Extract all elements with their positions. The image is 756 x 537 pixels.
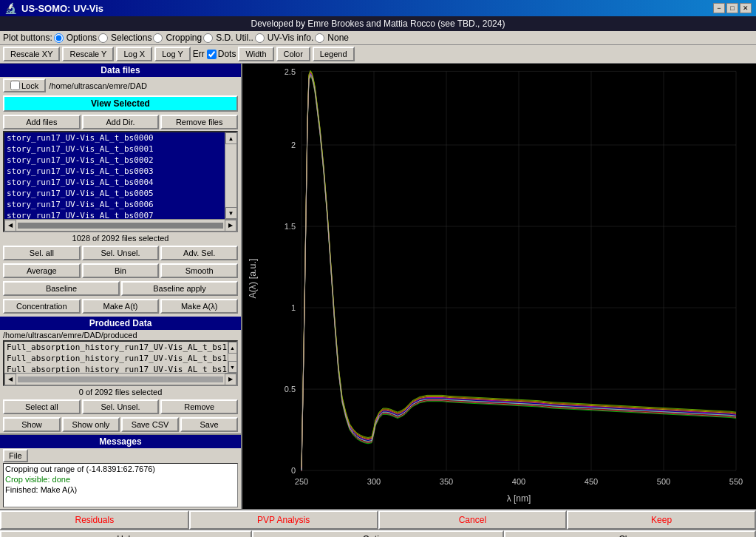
processing-buttons: Average Bin Smooth xyxy=(0,262,241,280)
bin-button[interactable]: Bin xyxy=(82,263,160,278)
maximize-button[interactable]: □ xyxy=(726,3,738,13)
file-list-vscroll[interactable]: ▲ ▼ xyxy=(225,132,236,219)
sel-all-button[interactable]: Sel. all xyxy=(3,246,81,260)
log-y-button[interactable]: Log Y xyxy=(154,47,191,61)
footer-bar: Help Options Close xyxy=(0,530,756,537)
produced-list-hscroll[interactable]: ◀ ▶ xyxy=(4,373,236,385)
log-x-button[interactable]: Log X xyxy=(116,47,152,61)
subtitle-bar: Developed by Emre Brookes and Mattia Roc… xyxy=(0,16,756,31)
window-controls: − □ ✕ xyxy=(713,3,752,13)
message-line: Cropping out range of (-14.8391:62.7676) xyxy=(4,464,237,474)
legend-button[interactable]: Legend xyxy=(313,47,355,61)
list-item[interactable]: Full_absorption_history_run17_UV-Vis_AL_… xyxy=(4,342,228,353)
left-panel: Data files Lock /home/ultrascan/emre/DAD… xyxy=(0,64,242,509)
keep-button[interactable]: Keep xyxy=(567,510,756,530)
dots-checkbox-label[interactable]: Dots xyxy=(207,49,236,59)
produced-vscroll-up[interactable]: ▲ xyxy=(228,342,237,354)
show-only-button[interactable]: Show only xyxy=(62,417,120,432)
close-button[interactable]: Close xyxy=(504,530,756,537)
options-button[interactable]: Options xyxy=(252,530,504,537)
pvp-analysis-button[interactable]: PVP Analysis xyxy=(189,510,378,530)
list-item[interactable]: story_run17_UV-Vis_AL_t_bs0005 xyxy=(4,188,225,199)
produced-hscroll-right[interactable]: ▶ xyxy=(225,374,236,385)
produced-hscroll-left[interactable]: ◀ xyxy=(4,374,16,385)
produced-vscroll-down[interactable]: ▼ xyxy=(228,361,237,373)
width-button[interactable]: Width xyxy=(238,47,273,61)
list-item[interactable]: story_run17_UV-Vis_AL_t_bs0001 xyxy=(4,143,225,155)
window-title: US-SOMO: UV-Vis xyxy=(21,3,103,14)
radio-uvvis-info[interactable]: UV-Vis info. xyxy=(255,33,313,43)
residuals-button[interactable]: Residuals xyxy=(0,510,189,530)
vscroll-up[interactable]: ▲ xyxy=(225,132,237,144)
baseline-buttons: Baseline Baseline apply xyxy=(0,280,241,297)
svg-text:450: 450 xyxy=(585,477,598,486)
produced-sel-unsel-button[interactable]: Sel. Unsel. xyxy=(82,399,160,414)
sel-unsel-button[interactable]: Sel. Unsel. xyxy=(82,246,160,260)
cancel-button[interactable]: Cancel xyxy=(378,510,568,530)
save-csv-button[interactable]: Save CSV xyxy=(121,417,179,432)
svg-text:2.5: 2.5 xyxy=(285,67,296,75)
radio-none[interactable]: None xyxy=(315,33,349,43)
list-item[interactable]: story_run17_UV-Vis_AL_t_bs0002 xyxy=(4,155,225,166)
smooth-button[interactable]: Smooth xyxy=(160,263,238,278)
radio-options[interactable]: Options xyxy=(54,33,97,43)
list-item[interactable]: Full_absorption_history_run17_UV-Vis_AL_… xyxy=(4,364,228,373)
data-path-label: /home/ultrascan/emre/DAD xyxy=(49,81,147,90)
rescale-y-button[interactable]: Rescale Y xyxy=(62,47,114,61)
select-all-button[interactable]: Select all xyxy=(3,399,81,414)
svg-text:1: 1 xyxy=(291,303,296,312)
list-item[interactable]: story_run17_UV-Vis_AL_t_bs0000 xyxy=(4,132,225,143)
baseline-apply-button[interactable]: Baseline apply xyxy=(121,281,238,296)
radio-sd-util[interactable]: S.D. Util.. xyxy=(203,33,253,43)
minimize-button[interactable]: − xyxy=(713,3,725,13)
add-files-button[interactable]: Add files xyxy=(3,115,81,129)
file-list[interactable]: story_run17_UV-Vis_AL_t_bs0000story_run1… xyxy=(4,132,225,219)
messages-area: Cropping out range of (-14.8391:62.7676)… xyxy=(3,463,238,507)
save-button[interactable]: Save xyxy=(180,417,238,432)
make-al-button[interactable]: Make A(λ) xyxy=(160,299,238,314)
add-dir-button[interactable]: Add Dir. xyxy=(82,115,160,129)
baseline-button[interactable]: Baseline xyxy=(3,281,120,296)
show-button[interactable]: Show xyxy=(3,417,61,432)
produced-count-label: 0 of 2092 files selected xyxy=(0,386,241,398)
lock-row: Lock /home/ultrascan/emre/DAD xyxy=(0,77,241,94)
file-count-label: 1028 of 2092 files selected xyxy=(0,232,241,244)
lock-checkbox[interactable] xyxy=(10,81,20,90)
err-label: Err xyxy=(193,49,205,59)
hscroll-left[interactable]: ◀ xyxy=(4,220,16,232)
remove-files-button[interactable]: Remove files xyxy=(160,115,238,129)
average-button[interactable]: Average xyxy=(3,263,81,278)
concentration-button[interactable]: Concentration xyxy=(3,299,81,314)
view-selected-button[interactable]: View Selected xyxy=(3,95,238,112)
close-window-button[interactable]: ✕ xyxy=(740,3,752,13)
list-item[interactable]: story_run17_UV-Vis_AL_t_bs0003 xyxy=(4,166,225,177)
hscroll-right[interactable]: ▶ xyxy=(225,220,236,232)
radio-selections[interactable]: Selections xyxy=(98,33,151,43)
svg-text:0.5: 0.5 xyxy=(285,385,296,394)
produced-list[interactable]: Full_absorption_history_run17_UV-Vis_AL_… xyxy=(4,342,228,373)
dots-checkbox[interactable] xyxy=(207,50,217,59)
rescale-xy-button[interactable]: Rescale XY xyxy=(3,47,60,61)
list-item[interactable]: story_run17_UV-Vis_AL_t_bs0004 xyxy=(4,177,225,188)
svg-text:A(λ) [a.u.]: A(λ) [a.u.] xyxy=(248,259,258,299)
remove-button[interactable]: Remove xyxy=(160,399,238,414)
list-item[interactable]: story_run17_UV-Vis_AL_t_bs0007 xyxy=(4,210,225,219)
color-button[interactable]: Color xyxy=(276,47,310,61)
produced-list-vscroll[interactable]: ▲ ▼ xyxy=(228,342,236,373)
file-list-hscroll[interactable]: ◀ ▶ xyxy=(4,219,236,231)
list-item[interactable]: Full_absorption_history_run17_UV-Vis_AL_… xyxy=(4,353,228,364)
vscroll-down[interactable]: ▼ xyxy=(225,207,237,219)
chart-svg: 0 0.5 1 1.5 2 2.5 250 300 350 400 450 50… xyxy=(242,64,756,509)
help-button[interactable]: Help xyxy=(0,530,252,537)
file-list-container: story_run17_UV-Vis_AL_t_bs0000story_run1… xyxy=(3,131,238,232)
list-item[interactable]: story_run17_UV-Vis_AL_t_bs0006 xyxy=(4,199,225,210)
radio-cropping[interactable]: Cropping xyxy=(153,33,202,43)
adv-sel-button[interactable]: Adv. Sel. xyxy=(160,246,238,260)
svg-text:0: 0 xyxy=(291,466,296,475)
messages-section: Messages File Cropping out range of (-14… xyxy=(0,433,241,509)
chart-area: 0 0.5 1 1.5 2 2.5 250 300 350 400 450 50… xyxy=(242,64,756,509)
file-menu-button[interactable]: File xyxy=(3,449,28,462)
lock-button[interactable]: Lock xyxy=(3,78,46,92)
make-at-button[interactable]: Make A(t) xyxy=(82,299,160,314)
selection-buttons: Sel. all Sel. Unsel. Adv. Sel. xyxy=(0,244,241,262)
